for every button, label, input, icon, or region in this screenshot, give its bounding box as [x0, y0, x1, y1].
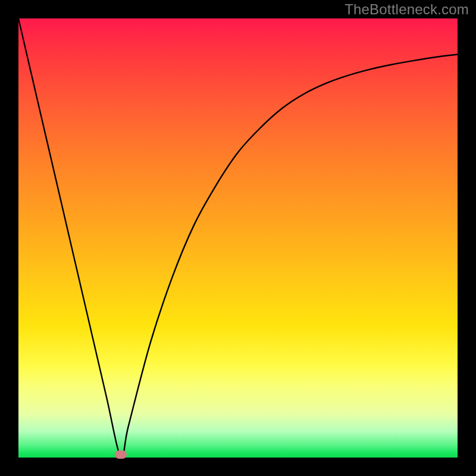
plot-area — [18, 18, 458, 458]
bottleneck-curve — [18, 18, 458, 458]
chart-frame: TheBottleneck.com — [0, 0, 476, 476]
bottleneck-marker — [115, 450, 127, 459]
watermark-text: TheBottleneck.com — [345, 1, 469, 18]
